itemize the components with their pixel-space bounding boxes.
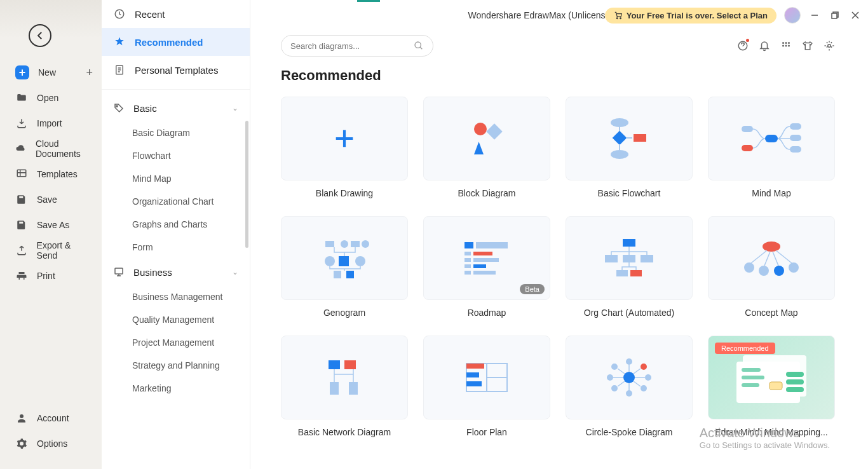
template-circle-spoke[interactable]: Circle-Spoke Diagram [566, 336, 693, 440]
template-label: Roadmap [423, 308, 550, 320]
apps-icon[interactable] [778, 37, 794, 54]
nav-label: Open [37, 93, 58, 103]
template-label: EdrawMind: Mind Mapping... [708, 427, 835, 440]
template-label: Mind Map [708, 188, 835, 201]
sub-organizational-chart[interactable]: Organizational Chart [102, 190, 250, 213]
svg-rect-40 [465, 242, 473, 248]
sub-project-management[interactable]: Project Management [102, 331, 250, 354]
svg-point-4 [116, 105, 118, 107]
close-button[interactable] [849, 9, 862, 22]
nav-label: Cloud Documents [36, 139, 93, 159]
nav-import[interactable]: Import [0, 111, 102, 136]
sub-flowchart[interactable]: Flowchart [102, 144, 250, 167]
category-business[interactable]: Business ⌄ [102, 259, 250, 285]
help-icon[interactable] [735, 37, 751, 54]
plus-icon: + [15, 65, 29, 79]
svg-point-35 [325, 256, 335, 266]
svg-rect-44 [465, 258, 471, 262]
category-label: Business [133, 267, 172, 278]
svg-rect-85 [786, 379, 804, 384]
template-concept-map[interactable]: Concept Map [708, 216, 835, 320]
sub-mind-map[interactable]: Mind Map [102, 167, 250, 190]
svg-rect-26 [742, 126, 753, 132]
template-floor-plan[interactable]: Floor Plan [423, 336, 550, 440]
flowchart-icon [600, 116, 658, 161]
tshirt-icon[interactable] [799, 37, 816, 54]
nav-account[interactable]: Account [0, 405, 102, 431]
nav-templates[interactable]: Templates [0, 161, 102, 187]
sub-basic-diagram[interactable]: Basic Diagram [102, 121, 250, 144]
nav-export[interactable]: Export & Send [0, 238, 102, 263]
nav-options[interactable]: Options [0, 431, 102, 456]
nav-save[interactable]: Save [0, 187, 102, 212]
svg-rect-30 [790, 146, 801, 153]
template-block-diagram[interactable]: Block Diagram [423, 97, 550, 201]
maximize-button[interactable] [829, 9, 841, 22]
sub-form[interactable]: Form [102, 236, 250, 259]
tab-personal-templates[interactable]: Personal Templates [102, 56, 250, 84]
svg-rect-46 [465, 264, 471, 268]
svg-rect-62 [344, 360, 356, 369]
template-basic-network[interactable]: Basic Network Diagram [281, 336, 408, 440]
svg-point-59 [774, 266, 784, 276]
svg-point-75 [611, 385, 618, 391]
accent-line [357, 0, 380, 2]
beta-badge: Beta [520, 284, 545, 294]
search-input[interactable] [290, 41, 410, 51]
category-basic[interactable]: Basic ⌄ [102, 95, 250, 121]
sub-graphs-charts[interactable]: Graphs and Charts [102, 213, 250, 236]
sub-marketing[interactable]: Marketing [102, 377, 250, 400]
template-edrawmind-promo[interactable]: Recommended EdrawMind: Mind Mapping... [708, 336, 835, 440]
tab-recent[interactable]: Recent [102, 0, 250, 28]
svg-point-16 [788, 45, 790, 47]
settings-icon[interactable] [821, 37, 837, 54]
import-icon [15, 117, 28, 130]
add-icon[interactable]: + [86, 67, 93, 78]
nav-cloud-documents[interactable]: Cloud Documents [0, 136, 102, 161]
svg-point-60 [789, 262, 799, 273]
svg-point-72 [645, 374, 651, 381]
svg-rect-45 [473, 258, 499, 262]
template-org-chart[interactable]: Org Chart (Automated) [566, 216, 693, 320]
svg-rect-5 [115, 268, 123, 274]
mindmap-icon [736, 119, 806, 158]
gear-icon [15, 437, 28, 450]
nav-save-as[interactable]: Save As [0, 212, 102, 238]
bell-icon[interactable] [756, 37, 773, 54]
template-roadmap[interactable]: Beta Roadmap [423, 216, 550, 320]
scrollbar[interactable] [245, 121, 248, 248]
nav-open[interactable]: Open [0, 85, 102, 111]
search-box[interactable] [281, 35, 433, 57]
template-genogram[interactable]: Genogram [281, 216, 408, 320]
template-basic-flowchart[interactable]: Basic Flowchart [566, 97, 693, 201]
sub-strategy-planning[interactable]: Strategy and Planning [102, 354, 250, 377]
template-mind-map[interactable]: Mind Map [708, 97, 835, 201]
avatar[interactable] [784, 7, 801, 24]
svg-point-32 [341, 240, 348, 248]
clock-icon [113, 8, 126, 20]
sub-business-management[interactable]: Business Management [102, 285, 250, 308]
sidebar-secondary: Recent Recommended Personal Templates Ba… [102, 0, 250, 469]
template-label: Org Chart (Automated) [566, 308, 693, 320]
svg-point-69 [623, 372, 635, 383]
folder-icon [15, 92, 28, 104]
trial-banner[interactable]: Your Free Trial is over. Select a Plan [605, 8, 776, 24]
back-button[interactable] [29, 24, 51, 47]
nav-print[interactable]: Print [0, 263, 102, 289]
sub-quality-management[interactable]: Quality Management [102, 308, 250, 331]
circlespoke-icon [600, 355, 658, 400]
tab-recommended[interactable]: Recommended [102, 28, 250, 56]
trial-text: Your Free Trial is over. Select a Plan [627, 11, 768, 20]
orgchart-icon [597, 236, 661, 280]
svg-point-57 [744, 262, 754, 273]
minimize-button[interactable] [808, 9, 821, 22]
nav-label: Print [37, 271, 55, 281]
nav-label: Account [37, 413, 69, 423]
document-icon [113, 64, 126, 76]
template-blank-drawing[interactable]: Blank Drawing [281, 97, 408, 201]
template-label: Genogram [281, 308, 408, 320]
template-grid: Blank Drawing Block Diagram Basic Flowch… [281, 97, 837, 440]
svg-point-7 [620, 18, 621, 19]
svg-point-1 [20, 414, 24, 418]
nav-new[interactable]: + New + [0, 60, 102, 85]
